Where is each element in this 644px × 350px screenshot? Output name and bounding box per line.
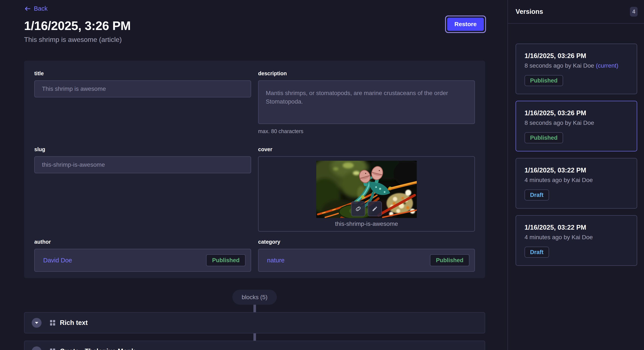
description-hint: max. 80 characters — [258, 128, 475, 134]
author-status-badge: Published — [206, 254, 246, 266]
grid-icon — [50, 349, 55, 350]
versions-count-badge: 4 — [630, 7, 638, 16]
description-field: description Mantis shrimps, or stomatopo… — [258, 70, 475, 134]
version-card[interactable]: 1/16/2025, 03:22 PM 4 minutes ago by Kai… — [516, 158, 637, 209]
version-status-badge: Draft — [524, 247, 549, 258]
slug-field: slug — [34, 146, 251, 173]
block-row-rich-text[interactable]: Rich text — [24, 312, 485, 334]
version-timestamp: 1/16/2025, 03:22 PM — [524, 224, 628, 231]
back-arrow-icon — [24, 5, 31, 12]
version-timestamp: 1/16/2025, 03:22 PM — [524, 167, 628, 174]
versions-panel: Versions 4 1/16/2025, 03:26 PM 8 seconds… — [508, 0, 644, 350]
category-field: category nature Published — [258, 239, 475, 272]
versions-title: Versions — [516, 8, 543, 15]
category-label: category — [258, 239, 475, 245]
version-current-label: (current) — [596, 62, 618, 69]
block-row-quote[interactable]: Quote - Thelonius Monk — [24, 341, 485, 350]
grid-icon — [50, 320, 55, 326]
author-label: author — [34, 239, 251, 245]
version-byline: 4 minutes ago by Kai Doe — [524, 177, 628, 183]
version-byline: 8 seconds ago by Kai Doe(current) — [524, 62, 628, 69]
version-status-badge: Published — [524, 132, 563, 143]
category-relation-box: nature Published — [258, 249, 475, 272]
cover-field: cover — [258, 146, 475, 232]
title-field: title — [34, 70, 251, 97]
title-input[interactable] — [34, 80, 251, 97]
main-content: Back 1/16/2025, 3:26 PM This shrimp is a… — [0, 0, 508, 350]
edit-media-button[interactable] — [368, 201, 382, 216]
description-label: description — [258, 70, 475, 77]
block-row-label: Rich text — [60, 319, 88, 327]
version-timestamp: 1/16/2025, 03:26 PM — [524, 52, 628, 60]
description-textarea[interactable]: Mantis shrimps, or stomatopods, are mari… — [258, 80, 475, 124]
blocks-connector — [254, 305, 256, 312]
category-status-badge: Published — [430, 254, 469, 266]
version-card[interactable]: 1/16/2025, 03:26 PM 8 seconds ago by Kai… — [516, 44, 637, 94]
page-subtitle: This shrimp is awesome (article) — [24, 36, 485, 44]
title-label: title — [34, 70, 251, 77]
versions-list: 1/16/2025, 03:26 PM 8 seconds ago by Kai… — [508, 24, 644, 271]
blocks-pill: blocks (5) — [232, 290, 277, 305]
back-label: Back — [34, 5, 48, 12]
copy-link-button[interactable] — [351, 201, 365, 216]
version-card[interactable]: 1/16/2025, 03:22 PM 4 minutes ago by Kai… — [516, 215, 637, 266]
block-row-label: Quote - Thelonius Monk — [60, 348, 135, 350]
link-icon — [355, 206, 362, 212]
page-title: 1/16/2025, 3:26 PM — [24, 18, 485, 33]
restore-focus-ring: Restore — [445, 15, 486, 33]
versions-header: Versions 4 — [508, 0, 644, 24]
cover-label: cover — [258, 146, 475, 153]
author-link[interactable]: David Doe — [43, 257, 72, 264]
caret-down-icon — [35, 322, 38, 324]
collapse-button[interactable] — [32, 318, 42, 328]
slug-label: slug — [34, 146, 251, 153]
version-timestamp: 1/16/2025, 03:26 PM — [524, 109, 628, 117]
version-status-badge: Published — [524, 75, 563, 86]
author-relation-box: David Doe Published — [34, 249, 251, 272]
slug-input[interactable] — [34, 156, 251, 173]
edit-icon — [372, 206, 378, 212]
author-field: author David Doe Published — [34, 239, 251, 272]
category-link[interactable]: nature — [267, 257, 284, 264]
version-byline: 8 seconds ago by Kai Doe — [524, 120, 628, 126]
cover-caption: this-shrimp-is-awesome — [335, 220, 398, 227]
cover-preview-box: this-shrimp-is-awesome — [258, 156, 475, 232]
version-byline: 4 minutes ago by Kai Doe — [524, 234, 628, 241]
version-card-selected[interactable]: 1/16/2025, 03:26 PM 8 seconds ago by Kai… — [516, 101, 637, 151]
blocks-connector — [254, 334, 256, 341]
collapse-button[interactable] — [32, 347, 42, 350]
version-status-badge: Draft — [524, 189, 549, 200]
back-link[interactable]: Back — [24, 5, 48, 12]
entry-form-card: title description Mantis shrimps, or sto… — [24, 61, 485, 278]
restore-button[interactable]: Restore — [447, 18, 484, 31]
